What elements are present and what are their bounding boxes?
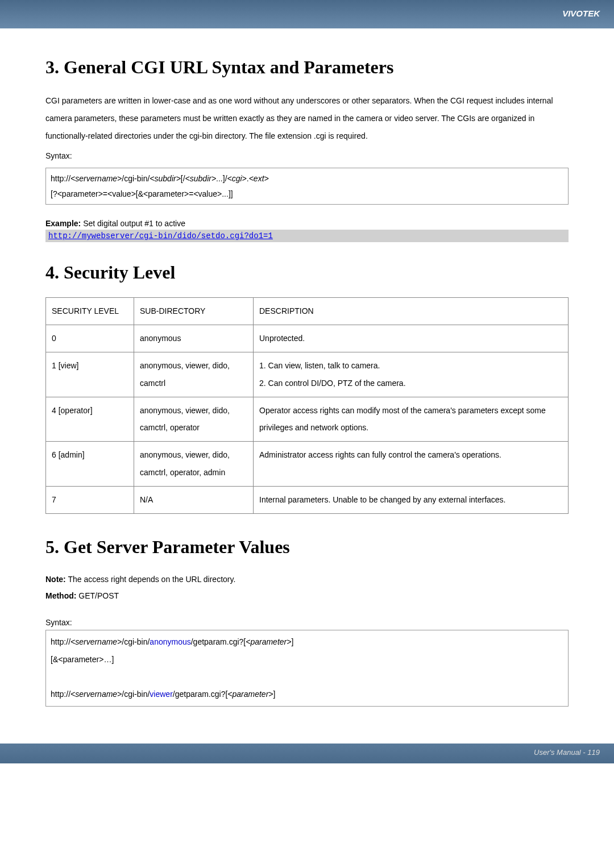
page-header: VIVOTEK xyxy=(0,0,614,28)
page-footer: User's Manual - 119 xyxy=(0,744,614,763)
t: <servername> xyxy=(70,174,122,183)
cell-level: 1 [view] xyxy=(46,352,134,397)
t: /cgi-bin/ xyxy=(122,690,150,699)
cell-level: 7 xyxy=(46,486,134,513)
t: <subdir> xyxy=(150,174,180,183)
example-line: Example: Set digital output #1 to active xyxy=(45,219,569,228)
t: /getparam.cgi?[ xyxy=(173,690,228,699)
cell-subdir: N/A xyxy=(134,486,254,513)
t: anonymous xyxy=(150,637,190,646)
t: http:// xyxy=(51,637,70,646)
cell-subdir: anonymous xyxy=(134,325,254,352)
table-row: 4 [operator]anonymous, viewer, dido, cam… xyxy=(46,397,569,442)
t: ] xyxy=(273,690,275,699)
table-row: 1 [view]anonymous, viewer, dido, camctrl… xyxy=(46,352,569,397)
example-url-link[interactable]: http://mywebserver/cgi-bin/dido/setdo.cg… xyxy=(48,231,273,240)
t: /cgi-bin/ xyxy=(122,637,150,646)
th-subdir: SUB-DIRECTORY xyxy=(134,298,254,325)
t: <cgi> xyxy=(227,174,247,183)
t: <parameter> xyxy=(227,690,273,699)
section-4-title: 4. Security Level xyxy=(45,262,569,283)
t: http:// xyxy=(51,690,70,699)
note-line: Note: The access right depends on the UR… xyxy=(45,572,569,587)
t: /getparam.cgi?[ xyxy=(191,637,246,646)
example-desc: Set digital output #1 to active xyxy=(81,219,185,228)
syntax-line-1: http://<servername>/cgi-bin/<subdir>[/<s… xyxy=(51,171,563,186)
example-label: Example: xyxy=(45,219,81,228)
page-content: 3. General CGI URL Syntax and Parameters… xyxy=(0,28,614,744)
syntax-box-3: http://<servername>/cgi-bin/<subdir>[/<s… xyxy=(45,168,569,205)
syntax5-line2: [&<parameter>…] xyxy=(51,651,563,668)
cell-level: 6 [admin] xyxy=(46,442,134,487)
example-link-box: http://mywebserver/cgi-bin/dido/setdo.cg… xyxy=(45,230,569,242)
t: <servername> xyxy=(70,637,122,646)
cell-desc: Operator access rights can modify most o… xyxy=(254,397,569,442)
t: /cgi-bin/ xyxy=(122,174,150,183)
section-5-title: 5. Get Server Parameter Values xyxy=(45,537,569,558)
syntax-label: Syntax: xyxy=(45,147,569,165)
cell-level: 0 xyxy=(46,325,134,352)
syntax-box-5: http://<servername>/cgi-bin/anonymous/ge… xyxy=(45,630,569,707)
cell-subdir: anonymous, viewer, dido, camctrl xyxy=(134,352,254,397)
section-3: 3. General CGI URL Syntax and Parameters… xyxy=(45,57,569,242)
t: ...]/ xyxy=(216,174,227,183)
syntax5-line1: http://<servername>/cgi-bin/anonymous/ge… xyxy=(51,633,563,651)
cell-desc: 1. Can view, listen, talk to camera.2. C… xyxy=(254,352,569,397)
cell-subdir: anonymous, viewer, dido, camctrl, operat… xyxy=(134,442,254,487)
footer-text: User's Manual - 119 xyxy=(534,748,600,757)
table-header-row: SECURITY LEVEL SUB-DIRECTORY DESCRIPTION xyxy=(46,298,569,325)
t: [/ xyxy=(181,174,185,183)
t: http:// xyxy=(51,174,70,183)
section-5: 5. Get Server Parameter Values Note: The… xyxy=(45,537,569,707)
section-3-body: CGI parameters are written in lower-case… xyxy=(45,92,569,144)
note-label: Note: xyxy=(45,575,66,584)
method-line: Method: GET/POST xyxy=(45,588,569,604)
cell-level: 4 [operator] xyxy=(46,397,134,442)
cell-desc: Internal parameters. Unable to be change… xyxy=(254,486,569,513)
syntax5-blank xyxy=(51,668,563,686)
table-row: 0anonymousUnprotected. xyxy=(46,325,569,352)
t: ] xyxy=(291,637,293,646)
section-3-title: 3. General CGI URL Syntax and Parameters xyxy=(45,57,569,78)
syntax-line-2: [?<parameter>=<value>[&<parameter>=<valu… xyxy=(51,186,563,202)
t: <servername> xyxy=(70,690,122,699)
cell-subdir: anonymous, viewer, dido, camctrl, operat… xyxy=(134,397,254,442)
security-level-table: SECURITY LEVEL SUB-DIRECTORY DESCRIPTION… xyxy=(45,297,569,513)
t: <ext> xyxy=(249,174,269,183)
th-desc: DESCRIPTION xyxy=(254,298,569,325)
cell-desc: Unprotected. xyxy=(254,325,569,352)
t: <subdir> xyxy=(185,174,216,183)
t: viewer xyxy=(150,690,172,699)
th-level: SECURITY LEVEL xyxy=(46,298,134,325)
table-row: 6 [admin]anonymous, viewer, dido, camctr… xyxy=(46,442,569,487)
table-row: 7N/AInternal parameters. Unable to be ch… xyxy=(46,486,569,513)
syntax5-line3: http://<servername>/cgi-bin/viewer/getpa… xyxy=(51,686,563,703)
t: <parameter> xyxy=(246,637,291,646)
method-text: GET/POST xyxy=(76,591,119,600)
note-text: The access right depends on the URL dire… xyxy=(66,575,236,584)
section-4: 4. Security Level SECURITY LEVEL SUB-DIR… xyxy=(45,262,569,513)
method-label: Method: xyxy=(45,591,76,600)
cell-desc: Administrator access rights can fully co… xyxy=(254,442,569,487)
brand-label: VIVOTEK xyxy=(562,9,600,18)
syntax-label-5: Syntax: xyxy=(45,618,569,627)
